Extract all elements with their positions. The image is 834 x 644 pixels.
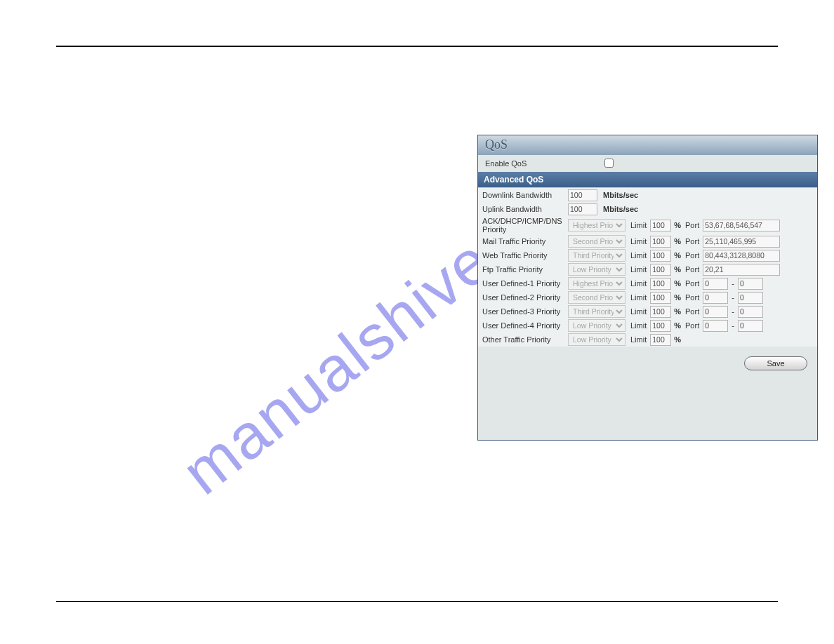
percent-label: % <box>673 307 684 316</box>
priority-row: User Defined-2 PriorityHighest PriorityS… <box>478 290 817 304</box>
port-input[interactable] <box>703 250 780 262</box>
priority-row: User Defined-4 PriorityHighest PriorityS… <box>478 318 817 333</box>
limit-input[interactable] <box>650 292 671 304</box>
port-label: Port <box>685 237 701 246</box>
port-label: Port <box>685 221 701 229</box>
priority-row-label: Mail Traffic Priority <box>482 237 567 246</box>
priority-select[interactable]: Highest PrioritySecond PriorityThird Pri… <box>568 263 626 276</box>
uplink-bandwidth-input[interactable] <box>568 203 597 215</box>
limit-input[interactable] <box>650 250 671 262</box>
priority-row: Other Traffic PriorityHighest PrioritySe… <box>478 333 817 347</box>
port-label: Port <box>685 279 701 288</box>
port-to-input[interactable] <box>738 306 763 318</box>
priority-row-label: User Defined-3 Priority <box>482 307 567 316</box>
limit-label: Limit <box>627 293 649 302</box>
save-row: Save <box>478 347 817 370</box>
priority-select[interactable]: Highest PrioritySecond PriorityThird Pri… <box>568 249 626 262</box>
port-input[interactable] <box>703 220 780 232</box>
priority-row-label: User Defined-4 Priority <box>482 321 567 330</box>
priority-row-label: Ftp Traffic Priority <box>482 265 567 274</box>
port-input[interactable] <box>703 236 780 248</box>
downlink-bandwidth-row: Downlink Bandwidth Mbits/sec <box>478 188 817 202</box>
port-from-input[interactable] <box>703 278 728 290</box>
percent-label: % <box>673 279 684 288</box>
limit-input[interactable] <box>650 264 671 276</box>
port-label: Port <box>685 251 701 260</box>
priority-row: Ftp Traffic PriorityHighest PrioritySeco… <box>478 262 817 276</box>
limit-input[interactable] <box>650 334 671 346</box>
panel-title-bar: QoS <box>478 135 817 155</box>
priority-row: Mail Traffic PriorityHighest PrioritySec… <box>478 234 817 248</box>
port-from-input[interactable] <box>703 320 728 332</box>
priority-row: User Defined-1 PriorityHighest PriorityS… <box>478 276 817 290</box>
enable-qos-checkbox[interactable] <box>604 159 614 168</box>
priority-select[interactable]: Highest PrioritySecond PriorityThird Pri… <box>568 319 626 332</box>
port-to-input[interactable] <box>738 320 763 332</box>
priority-row-label: User Defined-2 Priority <box>482 293 567 302</box>
limit-label: Limit <box>627 335 649 344</box>
downlink-bandwidth-unit: Mbits/sec <box>599 191 638 199</box>
priority-select[interactable]: Highest PrioritySecond PriorityThird Pri… <box>568 219 626 232</box>
limit-input[interactable] <box>650 320 671 332</box>
priority-row-label: ACK/DHCP/ICMP/DNS Priority <box>482 217 567 234</box>
limit-label: Limit <box>627 321 649 330</box>
limit-label: Limit <box>627 307 649 316</box>
percent-label: % <box>673 321 684 330</box>
priority-row-label: Other Traffic Priority <box>482 335 567 344</box>
limit-label: Limit <box>627 265 649 274</box>
enable-qos-row: Enable QoS <box>478 155 817 172</box>
limit-label: Limit <box>627 251 649 260</box>
port-to-input[interactable] <box>738 292 763 304</box>
uplink-bandwidth-label: Uplink Bandwidth <box>482 205 567 213</box>
priority-select[interactable]: Highest PrioritySecond PriorityThird Pri… <box>568 277 626 290</box>
save-button[interactable]: Save <box>744 356 807 370</box>
port-label: Port <box>685 321 701 330</box>
port-range-dash: - <box>729 321 736 330</box>
qos-panel: QoS Enable QoS Advanced QoS Downlink Ban… <box>477 135 818 441</box>
priority-row: ACK/DHCP/ICMP/DNS PriorityHighest Priori… <box>478 216 817 234</box>
qos-form-area: Downlink Bandwidth Mbits/sec Uplink Band… <box>478 187 817 347</box>
limit-label: Limit <box>627 237 649 246</box>
percent-label: % <box>673 335 684 344</box>
limit-input[interactable] <box>650 278 671 290</box>
percent-label: % <box>673 293 684 302</box>
port-label: Port <box>685 293 701 302</box>
port-range-dash: - <box>729 307 736 316</box>
priority-select[interactable]: Highest PrioritySecond PriorityThird Pri… <box>568 305 626 318</box>
port-from-input[interactable] <box>703 306 728 318</box>
percent-label: % <box>673 221 684 229</box>
percent-label: % <box>673 265 684 274</box>
enable-qos-label: Enable QoS <box>485 159 604 168</box>
percent-label: % <box>673 251 684 260</box>
priority-row: User Defined-3 PriorityHighest PriorityS… <box>478 304 817 318</box>
limit-label: Limit <box>627 279 649 288</box>
port-label: Port <box>685 307 701 316</box>
port-range-dash: - <box>729 279 736 288</box>
page-bottom-rule <box>56 601 778 602</box>
limit-label: Limit <box>627 221 649 229</box>
limit-input[interactable] <box>650 236 671 248</box>
priority-select[interactable]: Highest PrioritySecond PriorityThird Pri… <box>568 235 626 248</box>
advanced-qos-header: Advanced QoS <box>478 172 817 187</box>
uplink-bandwidth-row: Uplink Bandwidth Mbits/sec <box>478 202 817 216</box>
percent-label: % <box>673 237 684 246</box>
port-range-dash: - <box>729 293 736 302</box>
priority-row-label: User Defined-1 Priority <box>482 279 567 288</box>
priority-row-label: Web Traffic Priority <box>482 251 567 260</box>
priority-row: Web Traffic PriorityHighest PrioritySeco… <box>478 248 817 262</box>
panel-title-text: QoS <box>478 135 817 155</box>
downlink-bandwidth-label: Downlink Bandwidth <box>482 191 567 199</box>
enable-qos-checkbox-wrap <box>604 159 618 169</box>
port-input[interactable] <box>703 264 780 276</box>
port-from-input[interactable] <box>703 292 728 304</box>
port-to-input[interactable] <box>738 278 763 290</box>
limit-input[interactable] <box>650 306 671 318</box>
priority-select[interactable]: Highest PrioritySecond PriorityThird Pri… <box>568 291 626 304</box>
downlink-bandwidth-input[interactable] <box>568 189 597 201</box>
limit-input[interactable] <box>650 220 671 232</box>
uplink-bandwidth-unit: Mbits/sec <box>599 205 638 213</box>
port-label: Port <box>685 265 701 274</box>
priority-select[interactable]: Highest PrioritySecond PriorityThird Pri… <box>568 333 626 346</box>
page-top-rule <box>56 46 778 47</box>
